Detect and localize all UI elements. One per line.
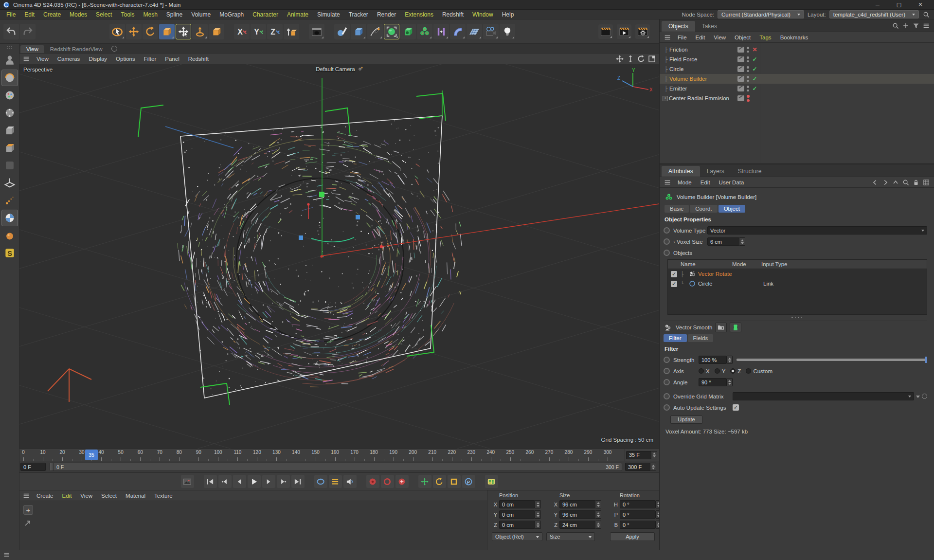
- play-button[interactable]: [248, 475, 261, 488]
- axis-option-z[interactable]: Z: [730, 368, 741, 374]
- viewport-menu-options[interactable]: Options: [111, 56, 140, 62]
- voxel-size-spinner[interactable]: [739, 237, 745, 246]
- objects-menu-object[interactable]: Object: [730, 35, 755, 40]
- attributes-menu-user-data[interactable]: User Data: [715, 180, 749, 185]
- autokey-button[interactable]: [381, 475, 394, 488]
- menu-character[interactable]: Character: [248, 11, 283, 18]
- tab-layers[interactable]: Layers: [700, 166, 731, 177]
- menu-file[interactable]: File: [2, 11, 20, 18]
- viewport-menu-view[interactable]: View: [32, 56, 53, 62]
- clay-button[interactable]: [1, 227, 18, 244]
- key-position-button[interactable]: [418, 475, 431, 488]
- palette-grip[interactable]: [7, 46, 13, 50]
- menu-spline[interactable]: Spline: [162, 11, 187, 18]
- anim-ghost-icon[interactable]: [664, 227, 670, 234]
- coord-field[interactable]: 0 °: [620, 510, 662, 519]
- viewport-orbit-icon[interactable]: [637, 54, 646, 63]
- enable-mark-icon[interactable]: ✓: [752, 85, 758, 92]
- menu-window[interactable]: Window: [468, 11, 498, 18]
- prev-frame-button[interactable]: [233, 475, 246, 488]
- key-rotation-button[interactable]: [433, 475, 446, 488]
- coord-field[interactable]: 0 cm: [499, 500, 541, 508]
- angle-field[interactable]: 90 °: [699, 378, 727, 386]
- tab-view[interactable]: View: [20, 45, 44, 53]
- tab-filter[interactable]: Filter: [664, 334, 687, 342]
- maximize-button[interactable]: ▢: [888, 0, 910, 10]
- move-active-button[interactable]: [176, 24, 191, 39]
- viewport-dolly-icon[interactable]: [626, 54, 635, 63]
- scale-button[interactable]: [159, 24, 175, 39]
- anim-ghost-icon[interactable]: [664, 238, 670, 245]
- layer-toggle-icon[interactable]: [737, 56, 744, 62]
- attributes-menu-mode[interactable]: Mode: [673, 180, 696, 185]
- selection-button[interactable]: [109, 24, 125, 39]
- subdivision-surface-button[interactable]: [384, 24, 399, 39]
- prev-key-button[interactable]: [218, 475, 232, 488]
- axis-option-y[interactable]: Y: [715, 368, 726, 374]
- range-end-spinner[interactable]: [650, 463, 656, 471]
- current-frame-spinner[interactable]: [651, 451, 657, 459]
- override-link-icon[interactable]: [922, 394, 927, 399]
- attributes-search-icon[interactable]: [902, 179, 910, 186]
- coord-field[interactable]: 0 °: [620, 500, 662, 508]
- character-button[interactable]: [1, 52, 18, 69]
- range-grip[interactable]: [50, 463, 54, 470]
- layer-toggle-icon[interactable]: [737, 86, 744, 91]
- key-scale-button[interactable]: [448, 475, 461, 488]
- material-menu-icon[interactable]: [22, 492, 30, 500]
- goto-end-button[interactable]: [291, 475, 305, 488]
- workplane-button[interactable]: [1, 175, 18, 191]
- tab-structure[interactable]: Structure: [731, 166, 769, 177]
- menu-render[interactable]: Render: [373, 11, 400, 18]
- layer-toggle-icon[interactable]: [737, 76, 744, 82]
- objects-menu-file[interactable]: File: [673, 35, 691, 40]
- deformer-button[interactable]: [450, 24, 466, 39]
- tab-object[interactable]: Object: [718, 205, 745, 213]
- material-menu-select[interactable]: Select: [97, 493, 121, 499]
- coord-field[interactable]: 96 cm: [559, 510, 601, 519]
- axis-option-x[interactable]: X: [699, 368, 710, 374]
- tab-objects[interactable]: Objects: [662, 21, 695, 32]
- object-tree-item[interactable]: ├Volume Builder✓: [660, 74, 934, 84]
- coord-field[interactable]: 0 cm: [499, 521, 541, 529]
- menu-volume[interactable]: Volume: [187, 11, 215, 18]
- visibility-dots-icon[interactable]: [747, 47, 749, 53]
- add-folder-button[interactable]: [715, 323, 727, 332]
- record-selection-button[interactable]: [395, 475, 409, 488]
- tab-coord[interactable]: Coord.: [690, 205, 718, 213]
- layer-toggle-icon[interactable]: [737, 47, 744, 53]
- anim-ghost-icon[interactable]: [664, 393, 670, 399]
- layer-toggle-icon[interactable]: [737, 66, 744, 72]
- objects-search-icon[interactable]: [892, 22, 899, 30]
- objects-filter-icon[interactable]: [912, 22, 920, 30]
- panel-resize-handle[interactable]: [660, 315, 934, 320]
- layout-select[interactable]: template_c4d_redshift (User): [829, 10, 919, 18]
- menu-redshift[interactable]: Redshift: [438, 11, 468, 18]
- record-button[interactable]: [366, 475, 379, 488]
- anim-ghost-icon[interactable]: [664, 404, 670, 411]
- menu-mograph[interactable]: MoGraph: [215, 11, 248, 18]
- strength-slider[interactable]: [736, 359, 927, 361]
- menu-simulate[interactable]: Simulate: [313, 11, 344, 18]
- layer-toggle-icon[interactable]: [737, 95, 744, 101]
- objects-menu-edit[interactable]: Edit: [691, 35, 710, 40]
- objects-menu-tags[interactable]: Tags: [755, 35, 775, 40]
- object-tree-item[interactable]: ├Emitter✓: [660, 84, 934, 93]
- attributes-up-icon[interactable]: [892, 179, 899, 186]
- cluster-button[interactable]: [417, 24, 432, 39]
- volume-type-select[interactable]: Vector: [707, 226, 927, 235]
- menu-edit[interactable]: Edit: [20, 11, 39, 18]
- object-tree-item[interactable]: ├Circle✓: [660, 64, 934, 74]
- render-settings-button[interactable]: [635, 24, 650, 39]
- model-cube-button[interactable]: [209, 24, 224, 39]
- gradient-button[interactable]: [1, 192, 18, 209]
- menu-animate[interactable]: Animate: [283, 11, 313, 18]
- strength-field[interactable]: 100 %: [699, 356, 727, 364]
- apply-button[interactable]: Apply: [610, 532, 655, 541]
- anim-ghost-icon[interactable]: [664, 357, 670, 363]
- objects-menu-icon[interactable]: [664, 34, 671, 41]
- coord-field[interactable]: 0 °: [620, 521, 662, 529]
- coord-mode-select[interactable]: Object (Rel): [492, 532, 542, 541]
- row-checkbox[interactable]: ✓: [671, 281, 677, 287]
- move-button[interactable]: [126, 24, 142, 39]
